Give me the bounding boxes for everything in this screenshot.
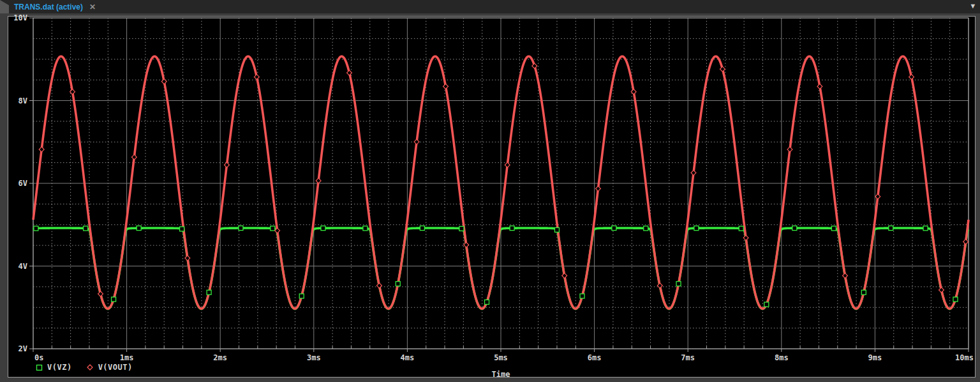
vout-diamond-marker-icon: [817, 84, 822, 89]
vz-square-marker-icon: [271, 226, 275, 231]
y-tick-label: 10V: [13, 13, 27, 22]
vout-diamond-marker-icon: [691, 171, 696, 176]
vz-square-marker-icon: [510, 226, 514, 231]
vz-square-marker-icon: [612, 226, 616, 231]
vz-square-marker-icon: [363, 226, 368, 231]
vz-square-marker-icon: [923, 226, 928, 231]
vz-square-marker-icon: [739, 226, 743, 231]
grid: [33, 18, 969, 349]
vout-diamond-marker-icon: [909, 75, 914, 80]
y-tick-label: 4V: [19, 262, 27, 271]
vout-diamond-marker-icon: [347, 70, 352, 75]
x-tick-label: 10ms: [955, 353, 974, 362]
vout-diamond-marker-icon: [464, 242, 469, 247]
vout-diamond-marker-icon: [414, 139, 419, 144]
vz-square-marker-icon: [831, 226, 836, 231]
vz-square-marker-icon: [764, 302, 769, 307]
vout-diamond-marker-icon: [505, 162, 510, 167]
vout-diamond-marker-icon: [376, 283, 382, 288]
vz-square-marker-icon: [861, 290, 866, 294]
vz-square-marker-icon: [299, 294, 304, 298]
vz-square-marker-icon: [112, 297, 116, 302]
vout-diamond-marker-icon: [743, 235, 748, 240]
y-tick-labels: 10V8V6V4V2V: [13, 13, 27, 353]
x-tick-label: 3ms: [307, 353, 321, 362]
axis-ticks: [29, 18, 969, 352]
vz-square-marker-icon: [34, 226, 38, 231]
x-tick-labels: 0s1ms2ms3ms4ms5ms6ms7ms8ms9ms10ms: [34, 353, 974, 362]
vout-diamond-marker-icon: [596, 186, 601, 191]
x-tick-label: 7ms: [681, 353, 695, 362]
vout-diamond-marker-icon: [787, 147, 792, 152]
vz-square-marker-icon: [694, 226, 699, 231]
x-tick-label: 5ms: [494, 353, 508, 362]
waveform-plot[interactable]: 0s1ms2ms3ms4ms5ms6ms7ms8ms9ms10ms10V8V6V…: [0, 0, 980, 382]
vout-diamond-marker-icon: [443, 84, 449, 89]
x-tick-label: 8ms: [775, 353, 789, 362]
probe-window: TRANS.dat (active) ✕ ▼ 0s1ms2ms3ms4ms5ms…: [0, 0, 980, 382]
vout-diamond-marker-icon: [185, 256, 190, 261]
vz-square-marker-icon: [459, 226, 464, 231]
vout-diamond-marker-icon: [39, 147, 44, 152]
vout-diamond-marker-icon: [562, 273, 567, 279]
vz-square-marker-icon: [676, 282, 681, 286]
vout-diamond-marker-icon: [98, 291, 103, 296]
vz-square-marker-icon: [580, 294, 584, 298]
x-tick-label: 1ms: [120, 353, 134, 362]
vz-square-marker-icon: [180, 227, 184, 231]
vz-square-marker-icon: [953, 297, 958, 302]
x-tick-label: 6ms: [588, 353, 602, 362]
vout-diamond-marker-icon: [939, 287, 944, 293]
vz-square-marker-icon: [207, 290, 211, 294]
vout-diamond-marker-icon: [875, 194, 880, 199]
x-tick-label: 4ms: [401, 353, 415, 362]
x-tick-label: 2ms: [213, 353, 227, 362]
vz-square-marker-icon: [396, 282, 400, 286]
vout-diamond-marker-icon: [254, 75, 259, 80]
vz-square-marker-icon: [137, 226, 141, 231]
vz-square-marker-icon: [321, 226, 325, 231]
vout-diamond-marker-icon: [316, 178, 321, 183]
vz-square-marker-icon: [84, 226, 88, 231]
vout-diamond-marker-icon: [720, 66, 725, 72]
vz-square-marker-icon: [239, 226, 243, 231]
y-tick-label: 6V: [19, 179, 27, 188]
vout-diamond-marker-icon: [963, 239, 969, 244]
vz-square-marker-icon: [485, 300, 489, 304]
vout-diamond-marker-icon: [843, 273, 848, 279]
x-axis-title: Time: [33, 370, 969, 379]
x-tick-label: 9ms: [868, 353, 882, 362]
vz-square-marker-icon: [889, 226, 893, 231]
vz-square-marker-icon: [554, 227, 559, 232]
vz-square-marker-icon: [792, 226, 797, 231]
vz-square-marker-icon: [420, 226, 424, 231]
x-tick-label: 0s: [34, 353, 43, 362]
vout-diamond-marker-icon: [225, 162, 230, 167]
y-tick-label: 8V: [19, 96, 27, 105]
vz-square-marker-icon: [644, 226, 648, 231]
y-tick-label: 2V: [19, 344, 27, 353]
vout-diamond-marker-icon: [131, 155, 137, 160]
vout-diamond-marker-icon: [657, 283, 662, 288]
